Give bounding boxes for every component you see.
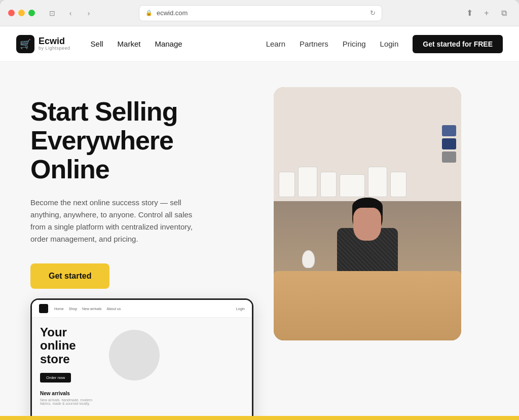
forward-button[interactable]: › xyxy=(82,6,96,20)
hero-photo xyxy=(274,87,461,340)
address-bar[interactable]: 🔒 ecwid.com ↻ xyxy=(139,5,382,21)
color-swatches xyxy=(442,125,456,163)
swatch-3 xyxy=(442,151,456,163)
hero-image xyxy=(274,87,461,340)
swatch-2 xyxy=(442,138,456,149)
tablet-nav-about: About us xyxy=(107,307,121,311)
logo[interactable]: 🛒 Ecwid by Lightspeed xyxy=(16,35,70,53)
nav-learn[interactable]: Learn xyxy=(266,40,285,48)
tablet-nav-links: Home Shop New arrivals About us xyxy=(54,307,121,311)
person-head xyxy=(352,198,383,233)
lock-icon: 🔒 xyxy=(145,10,153,16)
minimize-button[interactable] xyxy=(18,10,25,16)
nav-pricing[interactable]: Pricing xyxy=(343,40,366,48)
photo-wall xyxy=(274,87,461,201)
tablet-arrivals-desc: New arrivals. handmade. modern fabrics. … xyxy=(40,398,101,405)
hero-description: Become the next online success story — s… xyxy=(30,197,203,245)
tablet-order-button[interactable]: Order now xyxy=(40,373,71,383)
logo-text: Ecwid by Lightspeed xyxy=(39,36,70,52)
back-button[interactable]: ‹ xyxy=(63,6,78,20)
tablet-nav-shop: Shop xyxy=(69,307,77,311)
url-display: ecwid.com xyxy=(157,9,188,17)
tablet-nav-newarrivals: New arrivals xyxy=(82,307,102,311)
yellow-accent-bar xyxy=(0,416,519,420)
sketch-1 xyxy=(279,172,295,197)
logo-sub: by Lightspeed xyxy=(39,46,70,51)
window-controls xyxy=(8,10,35,16)
maximize-button[interactable] xyxy=(28,10,35,16)
window-icon[interactable]: ⊡ xyxy=(45,6,59,20)
tablet-circle-decoration xyxy=(109,330,160,380)
nav-right-links: Learn Partners Pricing Login Get started… xyxy=(266,35,503,53)
tablet-nav-login: Login xyxy=(236,307,245,311)
swatch-1 xyxy=(442,125,456,136)
tablet-logo xyxy=(39,304,48,313)
hero-get-started-button[interactable]: Get started xyxy=(30,263,109,289)
sketch-3 xyxy=(320,172,337,197)
nav-sell[interactable]: Sell xyxy=(91,40,103,48)
hero-left-content: Start Selling Everywhere Online Become t… xyxy=(30,92,243,319)
tablet-new-arrivals-label: New arrivals xyxy=(40,391,101,396)
tablet-text-block: Your online store Order now New arrivals… xyxy=(40,326,101,405)
nav-get-started-button[interactable]: Get started for FREE xyxy=(413,35,503,53)
logo-icon: 🛒 xyxy=(16,35,34,53)
nav-left-links: Sell Market Manage xyxy=(91,40,182,48)
sketch-5 xyxy=(368,167,387,197)
person-face xyxy=(353,208,381,241)
tablet-nav: Home Shop New arrivals About us Login xyxy=(32,300,252,318)
browser-nav: ⊡ ‹ › xyxy=(45,6,96,20)
browser-titlebar: ⊡ ‹ › 🔒 ecwid.com ↻ ⬆ + ⧉ xyxy=(0,0,519,26)
new-tab-button[interactable]: + xyxy=(479,6,494,20)
tablet-mockup: Home Shop New arrivals About us Login Yo… xyxy=(30,298,253,420)
refresh-button[interactable]: ↻ xyxy=(370,9,376,17)
nav-market[interactable]: Market xyxy=(118,40,141,48)
nav-partners[interactable]: Partners xyxy=(300,40,328,48)
hero-section: Start Selling Everywhere Online Become t… xyxy=(0,62,519,420)
sketch-2 xyxy=(298,167,317,197)
site-nav: 🛒 Ecwid by Lightspeed Sell Market Manage… xyxy=(0,26,519,62)
website-content: 🛒 Ecwid by Lightspeed Sell Market Manage… xyxy=(0,26,519,420)
nav-login[interactable]: Login xyxy=(380,40,399,48)
tablet-content: Your online store Order now New arrivals… xyxy=(32,318,252,413)
logo-name: Ecwid xyxy=(39,36,70,47)
tablet-nav-home: Home xyxy=(54,307,64,311)
vase xyxy=(302,250,315,268)
sketch-4 xyxy=(340,174,365,197)
photo-desk xyxy=(274,201,461,340)
nav-manage[interactable]: Manage xyxy=(155,40,182,48)
tablet-inner: Home Shop New arrivals About us Login Yo… xyxy=(32,300,252,420)
tablet-headline: Your online store xyxy=(40,326,101,366)
share-button[interactable]: ⬆ xyxy=(462,6,476,20)
hero-title: Start Selling Everywhere Online xyxy=(30,97,243,184)
browser-actions: ⬆ + ⧉ xyxy=(462,6,511,20)
desk-surface xyxy=(274,271,461,341)
sketch-6 xyxy=(390,172,406,197)
window-button[interactable]: ⧉ xyxy=(497,6,511,20)
close-button[interactable] xyxy=(8,10,15,16)
